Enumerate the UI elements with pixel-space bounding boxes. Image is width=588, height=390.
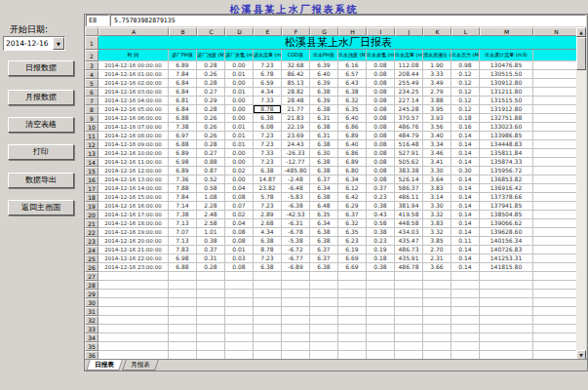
- empty-cell[interactable]: [197, 307, 225, 316]
- data-cell[interactable]: 6.38: [310, 105, 338, 114]
- data-cell[interactable]: 6.38: [310, 237, 338, 246]
- report-title-cell[interactable]: 松溪县某上水厂日报表: [98, 36, 577, 50]
- empty-cell[interactable]: [367, 307, 395, 316]
- row-number-26[interactable]: 26: [85, 263, 98, 272]
- side-button-6[interactable]: 返回主画面: [8, 200, 74, 215]
- empty-cell[interactable]: [169, 281, 197, 290]
- data-cell[interactable]: 3.66: [423, 263, 451, 272]
- empty-cell[interactable]: [423, 290, 451, 298]
- cell-reference-box[interactable]: E8: [86, 15, 109, 26]
- data-cell[interactable]: -42.53: [282, 211, 310, 219]
- data-cell[interactable]: 0.43: [367, 211, 395, 219]
- data-cell[interactable]: 6.98: [169, 254, 197, 263]
- empty-cell[interactable]: [254, 290, 282, 298]
- data-cell[interactable]: 6.89: [169, 149, 197, 158]
- data-cell[interactable]: 0.00: [225, 79, 254, 88]
- data-cell[interactable]: 505.62: [395, 158, 423, 167]
- empty-cell[interactable]: [338, 325, 367, 333]
- start-date-picker[interactable]: 2014-12-16 ▼: [3, 36, 65, 51]
- data-cell[interactable]: 6.34: [310, 219, 338, 228]
- data-cell[interactable]: 2.48: [197, 211, 225, 219]
- empty-cell[interactable]: [480, 281, 533, 290]
- data-cell[interactable]: 2014-12-16 23:00:00: [98, 263, 169, 272]
- data-cell[interactable]: [533, 219, 577, 228]
- data-cell[interactable]: 6.38: [338, 88, 367, 97]
- data-cell[interactable]: 6.88: [169, 263, 197, 272]
- empty-cell[interactable]: [169, 272, 197, 281]
- data-cell[interactable]: 2014-12-16 19:00:00: [98, 228, 169, 237]
- row-number-2[interactable]: 2: [85, 50, 98, 61]
- data-cell[interactable]: 484.79: [395, 132, 423, 140]
- row-number-20[interactable]: 20: [85, 211, 98, 219]
- data-cell[interactable]: 227.14: [395, 97, 423, 105]
- data-cell[interactable]: 21.77: [282, 105, 310, 114]
- data-cell[interactable]: 0.26: [197, 114, 225, 123]
- row-number-15[interactable]: 15: [85, 167, 98, 176]
- empty-cell[interactable]: [423, 307, 451, 316]
- data-cell[interactable]: -2.48: [282, 176, 310, 184]
- data-cell[interactable]: 140726.83: [480, 246, 533, 254]
- data-cell[interactable]: 0.38: [197, 237, 225, 246]
- empty-cell[interactable]: [225, 333, 254, 342]
- empty-cell[interactable]: [225, 307, 254, 316]
- data-cell[interactable]: 6.34: [338, 176, 367, 184]
- empty-cell[interactable]: [169, 307, 197, 316]
- empty-cell[interactable]: [338, 342, 367, 351]
- row-number-25[interactable]: 25: [85, 254, 98, 263]
- data-cell[interactable]: 0.12: [451, 97, 480, 105]
- data-cell[interactable]: 0.14: [451, 219, 480, 228]
- data-cell[interactable]: 0.19: [367, 246, 395, 254]
- data-cell[interactable]: -6.48: [282, 184, 310, 193]
- data-cell[interactable]: 0.26: [197, 123, 225, 132]
- empty-cell[interactable]: [282, 307, 310, 316]
- data-cell[interactable]: 6.89: [338, 158, 367, 167]
- data-cell[interactable]: 0.28: [197, 105, 225, 114]
- data-cell[interactable]: 2.58: [197, 219, 225, 228]
- data-cell[interactable]: 7.23: [254, 202, 282, 211]
- data-cell[interactable]: 0.12: [451, 88, 480, 97]
- data-cell[interactable]: 0.03: [225, 254, 254, 263]
- data-cell[interactable]: 6.38: [310, 123, 338, 132]
- empty-cell[interactable]: [423, 342, 451, 351]
- data-cell[interactable]: 0.14: [451, 254, 480, 263]
- data-cell[interactable]: 2014-12-16 03:00:00: [98, 88, 169, 97]
- data-cell[interactable]: 0.08: [367, 158, 395, 167]
- data-cell[interactable]: 6.38: [310, 158, 338, 167]
- empty-cell[interactable]: [423, 298, 451, 307]
- row-number-33[interactable]: 33: [85, 325, 98, 333]
- header-cell-11[interactable]: 出水压力 (MPa): [451, 50, 480, 61]
- empty-cell[interactable]: [254, 333, 282, 342]
- data-cell[interactable]: 6.38: [310, 263, 338, 272]
- row-number-1[interactable]: 1: [85, 36, 98, 50]
- data-cell[interactable]: 22.19: [282, 123, 310, 132]
- data-cell[interactable]: 0.12: [451, 105, 480, 114]
- data-cell[interactable]: 2014-12-16 21:00:00: [98, 246, 169, 254]
- empty-cell[interactable]: [225, 342, 254, 351]
- data-cell[interactable]: 0.11: [451, 237, 480, 246]
- data-cell[interactable]: 6.84: [169, 88, 197, 97]
- header-cell-9[interactable]: 出水流量 (m3/h): [395, 50, 423, 61]
- data-cell[interactable]: 0.04: [225, 219, 254, 228]
- data-cell[interactable]: 0.28: [197, 140, 225, 149]
- data-cell[interactable]: 435.47: [395, 237, 423, 246]
- data-cell[interactable]: 6.38: [254, 167, 282, 176]
- data-cell[interactable]: [533, 114, 577, 123]
- data-cell[interactable]: 131912.80: [480, 105, 533, 114]
- empty-cell[interactable]: [395, 316, 423, 325]
- empty-cell[interactable]: [451, 316, 480, 325]
- data-cell[interactable]: 6.89: [338, 132, 367, 140]
- data-cell[interactable]: 137378.66: [480, 193, 533, 202]
- data-cell[interactable]: 0.00: [225, 105, 254, 114]
- data-cell[interactable]: 0.08: [367, 97, 395, 105]
- data-cell[interactable]: 7.84: [169, 70, 197, 79]
- data-cell[interactable]: 2.79: [423, 88, 451, 97]
- header-cell-6[interactable]: 出水PH值: [310, 50, 338, 61]
- data-cell[interactable]: 7.13: [169, 237, 197, 246]
- empty-cell[interactable]: [254, 281, 282, 290]
- data-cell[interactable]: 1.01: [197, 228, 225, 237]
- header-cell-7[interactable]: 出水浊度 (NTU): [338, 50, 367, 61]
- data-cell[interactable]: [533, 237, 577, 246]
- data-cell[interactable]: 0.07: [225, 202, 254, 211]
- data-cell[interactable]: 448.58: [395, 219, 423, 228]
- data-cell[interactable]: 134448.83: [480, 140, 533, 149]
